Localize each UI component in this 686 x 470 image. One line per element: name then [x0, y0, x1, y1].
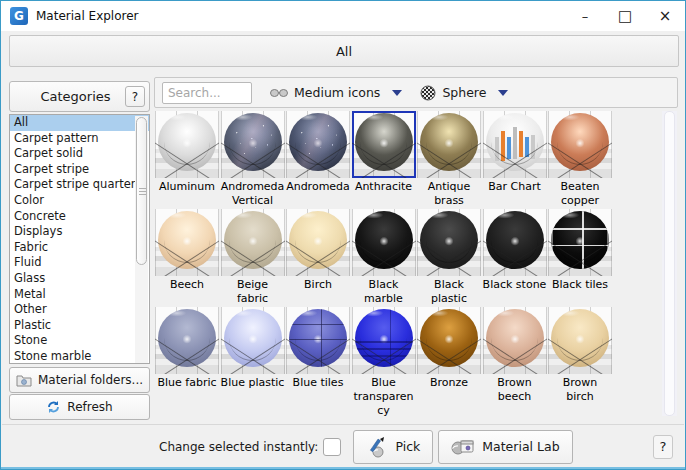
material-name: Andromeda Vertical: [221, 180, 285, 208]
material-thumbnail: [483, 307, 547, 374]
preview-shape-dropdown[interactable]: Sphere: [420, 85, 508, 101]
material-cell[interactable]: Aluminum: [155, 111, 219, 194]
instant-change-checkbox[interactable]: [323, 438, 341, 456]
material-name: Birch: [286, 278, 350, 292]
current-category-header[interactable]: All: [9, 35, 679, 67]
categories-header: Categories ?: [9, 81, 150, 112]
material-name: Blue fabric: [155, 376, 219, 390]
material-cell[interactable]: Bronze: [417, 307, 481, 390]
materials-row: Aluminum Andromeda Vertical Andromeda An…: [155, 111, 660, 209]
categories-title: Categories: [10, 89, 125, 104]
material-lab-label: Material Lab: [482, 439, 559, 454]
material-cell[interactable]: Blue fabric: [155, 307, 219, 390]
material-cell[interactable]: Brown beech: [483, 307, 547, 404]
category-list-item[interactable]: Carpet stripe quarter: [10, 177, 149, 193]
category-list-item[interactable]: Concrete: [10, 209, 149, 225]
material-cell[interactable]: Brown birch: [548, 307, 612, 404]
category-list-item[interactable]: Other: [10, 302, 149, 318]
material-name: Black tiles: [548, 278, 612, 292]
material-folders-button[interactable]: Material folders...: [9, 367, 150, 393]
material-cell[interactable]: Birch: [286, 209, 350, 292]
checkered-sphere-icon: [420, 85, 436, 101]
icon-size-dropdown[interactable]: Medium icons: [270, 85, 402, 100]
material-thumbnail: [352, 209, 416, 276]
material-name: Beech: [155, 278, 219, 292]
category-list-item[interactable]: Carpet stripe: [10, 162, 149, 178]
material-cell[interactable]: Antique brass: [417, 111, 481, 208]
categories-help-button[interactable]: ?: [125, 86, 145, 107]
category-list-item[interactable]: Color: [10, 193, 149, 209]
material-explorer-window: G Material Explorer – □ × All Categories…: [0, 0, 686, 470]
material-thumbnail: [548, 307, 612, 374]
material-cell[interactable]: Black tiles: [548, 209, 612, 292]
material-cell[interactable]: Bar Chart: [483, 111, 547, 194]
material-thumbnail: [155, 111, 219, 178]
app-logo-icon: G: [10, 7, 28, 25]
refresh-icon: [46, 400, 61, 414]
material-cell[interactable]: Beaten copper: [548, 111, 612, 208]
category-list-item[interactable]: Carpet pattern: [10, 131, 149, 147]
category-items: AllCarpet patternCarpet solidCarpet stri…: [10, 115, 149, 364]
category-scrollbar-thumb[interactable]: [136, 117, 147, 265]
materials-toolbar: Medium icons Sphere: [154, 77, 678, 108]
material-thumbnail: [221, 307, 285, 374]
category-list[interactable]: AllCarpet patternCarpet solidCarpet stri…: [9, 114, 150, 364]
material-cell[interactable]: Beige fabric: [221, 209, 285, 306]
material-cell[interactable]: Anthracite: [352, 111, 416, 194]
material-cell[interactable]: Blue plastic: [221, 307, 285, 390]
category-list-item[interactable]: Metal: [10, 287, 149, 303]
material-name: Blue tiles: [286, 376, 350, 390]
material-cell[interactable]: Andromeda: [286, 111, 350, 194]
material-thumbnail: [286, 209, 350, 276]
category-list-item[interactable]: Fabric: [10, 240, 149, 256]
close-button[interactable]: ×: [645, 1, 685, 31]
category-list-item[interactable]: Carpet solid: [10, 146, 149, 162]
window-controls: – □ ×: [565, 1, 685, 31]
material-thumbnail: [548, 111, 612, 178]
material-name: Black marble: [352, 278, 416, 306]
material-lab-button[interactable]: Material Lab: [438, 430, 572, 464]
chevron-down-icon: [392, 90, 402, 96]
material-name: Bar Chart: [483, 180, 547, 194]
material-thumbnail: [155, 307, 219, 374]
materials-row: Beech Beige fabric Birch Black marble Bl…: [155, 209, 660, 307]
materials-scrollbar-thumb[interactable]: [664, 111, 675, 416]
material-cell[interactable]: Black marble: [352, 209, 416, 306]
material-cell[interactable]: Blue tiles: [286, 307, 350, 390]
category-list-item[interactable]: Stone marble: [10, 349, 149, 364]
search-input[interactable]: [162, 82, 252, 104]
chevron-down-icon: [498, 90, 508, 96]
material-cell[interactable]: Blue transparency: [352, 307, 416, 418]
material-name: Black plastic: [417, 278, 481, 306]
material-name: Antique brass: [417, 180, 481, 208]
category-list-item[interactable]: Fluid: [10, 255, 149, 271]
footer-bar: Change selected instantly: Pick Material…: [1, 425, 685, 468]
refresh-label: Refresh: [67, 400, 112, 414]
category-list-item[interactable]: Plastic: [10, 318, 149, 334]
pick-label: Pick: [395, 439, 420, 454]
material-thumbnail: [286, 111, 350, 178]
folder-icon: [16, 374, 32, 387]
material-cell[interactable]: Black plastic: [417, 209, 481, 306]
material-name: Beige fabric: [221, 278, 285, 306]
category-list-item[interactable]: Displays: [10, 224, 149, 240]
minimize-button[interactable]: –: [565, 1, 605, 31]
refresh-button[interactable]: Refresh: [9, 394, 150, 420]
materials-grid: Aluminum Andromeda Vertical Andromeda An…: [155, 111, 660, 418]
category-scrollbar[interactable]: [135, 116, 148, 363]
material-name: Black stone: [483, 278, 547, 292]
glasses-icon: [270, 88, 288, 98]
category-list-item[interactable]: All: [10, 115, 149, 131]
material-cell[interactable]: Beech: [155, 209, 219, 292]
category-list-item[interactable]: Glass: [10, 271, 149, 287]
materials-scrollbar[interactable]: [662, 111, 677, 416]
materials-row: Blue fabric Blue plastic Blue tiles Blue…: [155, 307, 660, 418]
category-list-item[interactable]: Stone: [10, 333, 149, 349]
material-thumbnail: [221, 111, 285, 178]
pick-button[interactable]: Pick: [353, 430, 433, 464]
maximize-button[interactable]: □: [605, 1, 645, 31]
material-lab-icon: [451, 438, 475, 456]
footer-help-button[interactable]: ?: [653, 435, 673, 459]
material-cell[interactable]: Andromeda Vertical: [221, 111, 285, 208]
material-cell[interactable]: Black stone: [483, 209, 547, 292]
